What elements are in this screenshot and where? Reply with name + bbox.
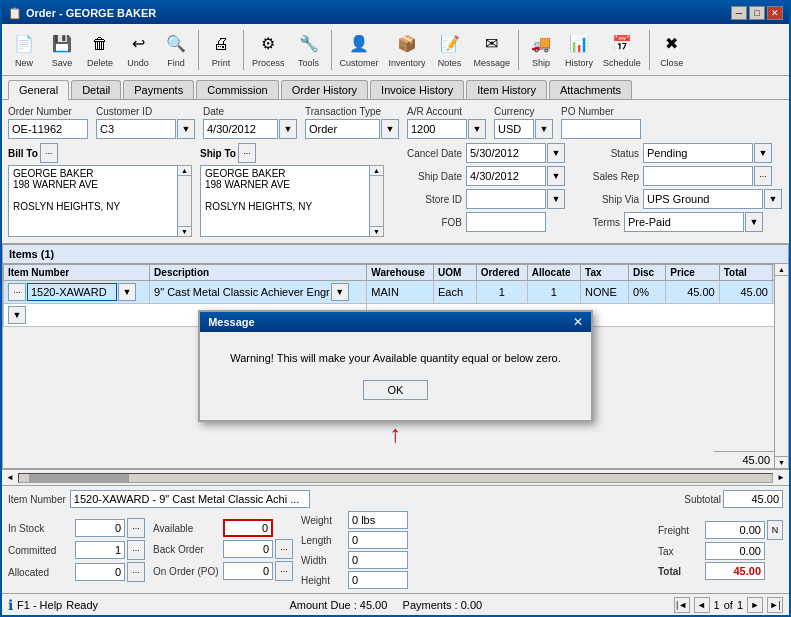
terms-input[interactable] bbox=[624, 212, 744, 232]
customer-id-input[interactable] bbox=[96, 119, 176, 139]
new-button[interactable]: 📄 New bbox=[6, 30, 42, 70]
freight-suffix[interactable]: N bbox=[767, 520, 783, 540]
ar-account-input[interactable] bbox=[407, 119, 467, 139]
tab-attachments[interactable]: Attachments bbox=[549, 80, 632, 99]
hscroll-left[interactable]: ◄ bbox=[4, 473, 16, 482]
tab-commission[interactable]: Commission bbox=[196, 80, 279, 99]
bill-to-address: GEORGE BAKER 198 WARNER AVE ROSLYN HEIGH… bbox=[8, 165, 178, 237]
bill-to-dots-button[interactable]: ··· bbox=[40, 143, 58, 163]
nav-last-button[interactable]: ►| bbox=[767, 597, 783, 613]
in-stock-input[interactable] bbox=[75, 519, 125, 537]
po-number-input[interactable] bbox=[561, 119, 641, 139]
ship-to-scroll-up[interactable]: ▲ bbox=[370, 166, 383, 176]
committed-dots[interactable]: ··· bbox=[127, 540, 145, 560]
transaction-type-dropdown[interactable]: ▼ bbox=[381, 119, 399, 139]
bottom-info: Item Number Subtotal In Stock ··· bbox=[2, 485, 789, 593]
hscroll-track[interactable] bbox=[18, 473, 773, 483]
currency-dropdown[interactable]: ▼ bbox=[535, 119, 553, 139]
length-input[interactable] bbox=[348, 531, 408, 549]
ship-date-input[interactable] bbox=[466, 166, 546, 186]
ship-to-scroll-down[interactable]: ▼ bbox=[370, 226, 383, 236]
close-button[interactable]: ✖ Close bbox=[654, 30, 690, 70]
notes-icon: 📝 bbox=[438, 32, 462, 56]
tab-invoice-history[interactable]: Invoice History bbox=[370, 80, 464, 99]
in-stock-dots[interactable]: ··· bbox=[127, 518, 145, 538]
ship-date-dropdown[interactable]: ▼ bbox=[547, 166, 565, 186]
date-input[interactable] bbox=[203, 119, 278, 139]
height-input[interactable] bbox=[348, 571, 408, 589]
store-id-input[interactable] bbox=[466, 189, 546, 209]
item-number-bottom-input[interactable] bbox=[70, 490, 310, 508]
sales-rep-dots[interactable]: ··· bbox=[754, 166, 772, 186]
hscroll-right[interactable]: ► bbox=[775, 473, 787, 482]
tab-order-history[interactable]: Order History bbox=[281, 80, 368, 99]
fob-group bbox=[466, 212, 546, 232]
store-id-dropdown[interactable]: ▼ bbox=[547, 189, 565, 209]
modal-close-button[interactable]: ✕ bbox=[573, 315, 583, 329]
order-number-input[interactable] bbox=[8, 119, 88, 139]
bill-to-scroll-down[interactable]: ▼ bbox=[178, 226, 191, 236]
status-dropdown[interactable]: ▼ bbox=[754, 143, 772, 163]
find-button[interactable]: 🔍 Find bbox=[158, 30, 194, 70]
ship-via-input[interactable] bbox=[643, 189, 763, 209]
bill-to-scroll-up[interactable]: ▲ bbox=[178, 166, 191, 176]
tax-input[interactable] bbox=[705, 542, 765, 560]
history-button[interactable]: 📊 History bbox=[561, 30, 597, 70]
freight-input[interactable] bbox=[705, 521, 765, 539]
process-button[interactable]: ⚙ Process bbox=[248, 30, 289, 70]
totals-fields: Freight N Tax Total bbox=[658, 520, 783, 580]
allocated-dots[interactable]: ··· bbox=[127, 562, 145, 582]
width-input[interactable] bbox=[348, 551, 408, 569]
close-icon: ✖ bbox=[660, 32, 684, 56]
ship-via-dropdown[interactable]: ▼ bbox=[764, 189, 782, 209]
print-button[interactable]: 🖨 Print bbox=[203, 30, 239, 70]
inventory-button[interactable]: 📦 Inventory bbox=[385, 30, 430, 70]
on-order-input[interactable] bbox=[223, 562, 273, 580]
customer-button[interactable]: 👤 Customer bbox=[336, 30, 383, 70]
customer-id-dots-button[interactable]: ▼ bbox=[177, 119, 195, 139]
status-input[interactable] bbox=[643, 143, 753, 163]
currency-input[interactable] bbox=[494, 119, 534, 139]
nav-next-button[interactable]: ► bbox=[747, 597, 763, 613]
cancel-date-dropdown[interactable]: ▼ bbox=[547, 143, 565, 163]
item-number-row: Item Number Subtotal bbox=[8, 490, 783, 508]
cancel-date-input[interactable] bbox=[466, 143, 546, 163]
available-input[interactable] bbox=[223, 519, 273, 537]
back-order-dots[interactable]: ··· bbox=[275, 539, 293, 559]
close-window-button[interactable]: ✕ bbox=[767, 6, 783, 20]
nav-first-button[interactable]: |◄ bbox=[674, 597, 690, 613]
tab-detail[interactable]: Detail bbox=[71, 80, 121, 99]
tab-payments[interactable]: Payments bbox=[123, 80, 194, 99]
status-bar: ℹ F1 - Help Ready Amount Due : 45.00 Pay… bbox=[2, 593, 789, 615]
transaction-type-input[interactable] bbox=[305, 119, 380, 139]
save-button[interactable]: 💾 Save bbox=[44, 30, 80, 70]
date-dropdown-button[interactable]: ▼ bbox=[279, 119, 297, 139]
nav-prev-button[interactable]: ◄ bbox=[694, 597, 710, 613]
committed-input[interactable] bbox=[75, 541, 125, 559]
maximize-button[interactable]: □ bbox=[749, 6, 765, 20]
back-order-input[interactable] bbox=[223, 540, 273, 558]
message-button[interactable]: ✉ Message bbox=[470, 30, 515, 70]
history-icon: 📊 bbox=[567, 32, 591, 56]
tools-button[interactable]: 🔧 Tools bbox=[291, 30, 327, 70]
tab-general[interactable]: General bbox=[8, 80, 69, 100]
minimize-button[interactable]: ─ bbox=[731, 6, 747, 20]
tab-item-history[interactable]: Item History bbox=[466, 80, 547, 99]
notes-button[interactable]: 📝 Notes bbox=[432, 30, 468, 70]
terms-dropdown[interactable]: ▼ bbox=[745, 212, 763, 232]
title-controls: ─ □ ✕ bbox=[731, 6, 783, 20]
weight-input[interactable] bbox=[348, 511, 408, 529]
ar-account-dropdown[interactable]: ▼ bbox=[468, 119, 486, 139]
ok-button[interactable]: OK bbox=[363, 380, 429, 400]
on-order-dots[interactable]: ··· bbox=[275, 561, 293, 581]
fob-input[interactable] bbox=[466, 212, 546, 232]
hscroll-thumb[interactable] bbox=[29, 474, 129, 482]
order-number-label: Order Number bbox=[8, 106, 88, 117]
ship-to-dots-button[interactable]: ··· bbox=[238, 143, 256, 163]
undo-button[interactable]: ↩ Undo bbox=[120, 30, 156, 70]
schedule-button[interactable]: 📅 Schedule bbox=[599, 30, 645, 70]
delete-button[interactable]: 🗑 Delete bbox=[82, 30, 118, 70]
allocated-input[interactable] bbox=[75, 563, 125, 581]
sales-rep-input[interactable] bbox=[643, 166, 753, 186]
ship-button[interactable]: 🚚 Ship bbox=[523, 30, 559, 70]
